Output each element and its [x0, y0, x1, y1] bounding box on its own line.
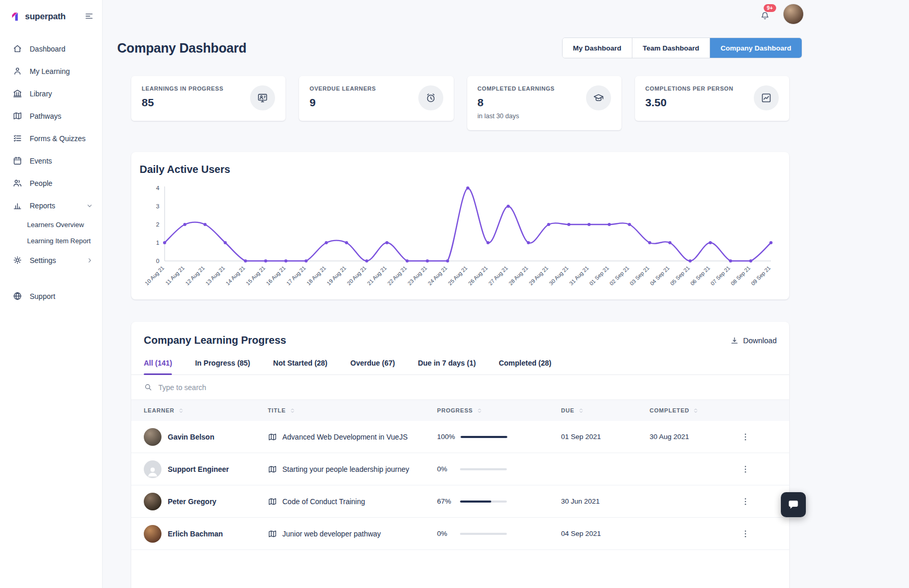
- pathway-icon: [268, 529, 277, 539]
- progress-percent: 100%: [437, 433, 455, 441]
- stat-value: 8: [478, 96, 555, 109]
- learning-title: Junior web developer pathway: [282, 530, 381, 538]
- superpath-logo-icon: [10, 10, 22, 22]
- filter-tab-overdue-67[interactable]: Overdue (67): [351, 359, 395, 374]
- svg-text:23 Aug 21: 23 Aug 21: [406, 265, 428, 286]
- tab-team-dashboard[interactable]: Team Dashboard: [632, 38, 710, 58]
- svg-text:20 Aug 21: 20 Aug 21: [345, 265, 367, 286]
- stat-label: OVERDUE LEARNERS: [309, 85, 376, 92]
- home-icon: [13, 44, 22, 54]
- kebab-menu-icon[interactable]: [740, 432, 751, 442]
- bar-chart-icon: [13, 201, 22, 210]
- svg-text:21 Aug 21: 21 Aug 21: [366, 265, 388, 286]
- svg-text:13 Aug 21: 13 Aug 21: [204, 265, 226, 286]
- sort-icon: [178, 407, 184, 414]
- filter-tab-due-in-7-days-1[interactable]: Due in 7 days (1): [418, 359, 476, 374]
- sort-icon: [578, 407, 584, 414]
- svg-text:26 Aug 21: 26 Aug 21: [467, 265, 489, 286]
- tab-company-dashboard[interactable]: Company Dashboard: [709, 38, 802, 58]
- completed-date: 30 Aug 2021: [650, 433, 732, 441]
- learner-avatar: [144, 525, 161, 543]
- chat-launcher-button[interactable]: [781, 492, 806, 517]
- learner-name[interactable]: Support Engineer: [168, 465, 229, 473]
- alarm-clock-icon: [425, 92, 437, 104]
- column-due[interactable]: DUE: [561, 407, 650, 414]
- learner-avatar: [144, 493, 161, 510]
- person-icon: [146, 465, 159, 478]
- stat-label: COMPLETED LEARNINGS: [478, 85, 555, 92]
- page-title: Company Dashboard: [117, 41, 246, 56]
- column-progress[interactable]: PROGRESS: [437, 407, 561, 414]
- sidebar-item-pathways[interactable]: Pathways: [0, 105, 102, 127]
- sidebar-item-people[interactable]: People: [0, 172, 102, 194]
- progress-percent: 0%: [437, 530, 455, 537]
- column-completed[interactable]: COMPLETED: [650, 407, 732, 414]
- svg-text:22 Aug 21: 22 Aug 21: [386, 265, 408, 286]
- sidebar-item-learners-overview[interactable]: Learners Overview: [0, 217, 102, 233]
- table-row: Support Engineer Starting your people le…: [131, 453, 789, 485]
- company-learning-progress-card: Company Learning Progress Download All (…: [131, 322, 789, 588]
- filter-tab-not-started-28[interactable]: Not Started (28): [273, 359, 327, 374]
- learner-screen-icon: [257, 92, 268, 104]
- svg-text:04 Sep 21: 04 Sep 21: [649, 265, 670, 286]
- svg-text:09 Sep 21: 09 Sep 21: [750, 265, 771, 286]
- progress-bar: [460, 501, 507, 503]
- sidebar-item-forms-quizzes[interactable]: Forms & Quizzes: [0, 127, 102, 149]
- sidebar-item-library[interactable]: Library: [0, 82, 102, 105]
- sidebar-item-events[interactable]: Events: [0, 149, 102, 172]
- svg-text:07 Sep 21: 07 Sep 21: [709, 265, 731, 286]
- learning-title: Starting your people leadership journey: [282, 465, 409, 473]
- due-date: 04 Sep 2021: [561, 530, 650, 537]
- user-avatar[interactable]: [783, 4, 804, 24]
- sort-icon: [289, 407, 296, 414]
- svg-text:27 Aug 21: 27 Aug 21: [487, 265, 509, 286]
- sidebar-item-support[interactable]: Support: [0, 285, 102, 307]
- learner-name[interactable]: Gavin Belson: [168, 433, 214, 441]
- sidebar-item-settings[interactable]: Settings: [0, 249, 102, 271]
- sidebar-item-dashboard[interactable]: Dashboard: [0, 37, 102, 60]
- table-body: Gavin Belson Advanced Web Development in…: [131, 421, 789, 550]
- svg-text:08 Sep 21: 08 Sep 21: [729, 265, 751, 286]
- stat-value: 9: [309, 96, 376, 109]
- kebab-menu-icon[interactable]: [740, 496, 751, 507]
- svg-text:25 Aug 21: 25 Aug 21: [446, 265, 468, 286]
- superpath-logo[interactable]: superpath: [10, 10, 66, 22]
- notifications-button[interactable]: 9+: [760, 11, 770, 23]
- kebab-menu-icon[interactable]: [740, 529, 751, 539]
- filter-tab-completed-28[interactable]: Completed (28): [499, 359, 551, 374]
- sidebar-collapse-icon[interactable]: [84, 11, 94, 21]
- filter-tab-in-progress-85[interactable]: In Progress (85): [195, 359, 250, 374]
- tab-my-dashboard[interactable]: My Dashboard: [563, 38, 632, 58]
- topbar: 9+: [760, 4, 804, 24]
- learner-name[interactable]: Erlich Bachman: [168, 530, 223, 538]
- pathway-icon: [268, 497, 277, 506]
- column-learner[interactable]: LEARNER: [144, 407, 268, 414]
- stat-card-learnings-in-progress: LEARNINGS IN PROGRESS 85: [131, 76, 285, 121]
- sidebar-item-my-learning[interactable]: My Learning: [0, 60, 102, 82]
- sidebar-item-learning-item-report[interactable]: Learning Item Report: [0, 233, 102, 249]
- sidebar-item-reports[interactable]: Reports: [0, 194, 102, 217]
- search-input[interactable]: [158, 383, 777, 392]
- chevron-right-icon: [85, 256, 94, 265]
- library-icon: [13, 89, 22, 98]
- filter-tab-all-141[interactable]: All (141): [144, 359, 172, 374]
- svg-text:11 Aug 21: 11 Aug 21: [164, 265, 185, 286]
- column-title[interactable]: TITLE: [268, 407, 437, 414]
- sort-icon: [692, 407, 699, 414]
- line-chart-icon: [761, 92, 772, 104]
- brand-name: superpath: [25, 11, 66, 21]
- checklist-icon: [13, 133, 22, 143]
- svg-text:3: 3: [156, 203, 159, 209]
- sidebar-header: superpath: [0, 0, 102, 22]
- daily-active-users-card: Daily Active Users 0123410 Aug 2111 Aug …: [131, 152, 789, 299]
- kebab-menu-icon[interactable]: [740, 464, 751, 474]
- learner-name[interactable]: Peter Gregory: [168, 497, 216, 506]
- download-button[interactable]: Download: [730, 336, 777, 345]
- notification-badge: 9+: [764, 4, 776, 12]
- svg-text:24 Aug 21: 24 Aug 21: [427, 265, 449, 286]
- svg-text:02 Sep 21: 02 Sep 21: [608, 265, 630, 286]
- learner-icon: [13, 66, 22, 76]
- stat-note: in last 30 days: [478, 112, 555, 120]
- svg-text:01 Sep 21: 01 Sep 21: [588, 265, 610, 286]
- svg-text:15 Aug 21: 15 Aug 21: [244, 265, 266, 286]
